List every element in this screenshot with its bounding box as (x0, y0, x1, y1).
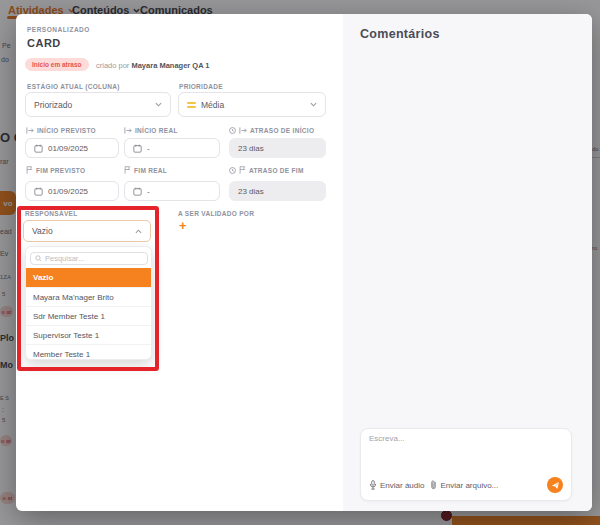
comment-composer: Enviar áudio Enviar arquivo... (360, 428, 572, 501)
arrow-from-bar-icon (124, 127, 132, 134)
flag-icon (239, 166, 246, 174)
priority-value: Média (201, 100, 224, 110)
add-validator-button[interactable]: + (179, 218, 187, 233)
stage-field-label: ESTÁGIO ATUAL (COLUNA) (27, 83, 120, 90)
priority-field-label: PRIORIDADE (179, 83, 223, 90)
chevron-down-icon (155, 102, 162, 107)
card-title: CARD (27, 37, 61, 49)
start-real-label: INÍCIO REAL (124, 127, 178, 134)
created-by-prefix: criado por (96, 61, 129, 70)
arrow-from-bar-icon (239, 127, 247, 134)
created-by: criado por Mayara Manager QA 1 (96, 61, 210, 70)
comments-panel: Comentários Enviar áudio Enviar arquivo.… (343, 14, 592, 511)
chevron-down-icon (310, 102, 317, 107)
start-real-value: - (147, 144, 150, 153)
calendar-icon (133, 144, 142, 153)
created-by-name: Mayara Manager QA 1 (131, 61, 209, 70)
calendar-icon (34, 187, 43, 196)
comments-title: Comentários (360, 27, 440, 41)
start-planned-label: INÍCIO PREVISTO (26, 127, 96, 134)
send-file-label: Enviar arquivo... (440, 481, 498, 490)
start-planned-value: 01/09/2025 (48, 144, 88, 153)
stage-value: Priorizado (34, 100, 72, 110)
annotation-highlight-box (17, 206, 159, 371)
end-real-label: FIM REAL (124, 166, 167, 174)
calendar-icon (34, 144, 43, 153)
priority-select[interactable]: Média (178, 92, 326, 117)
start-delay-value: 23 dias (238, 144, 264, 153)
start-real-input[interactable]: - (124, 138, 220, 158)
start-delay-label: ATRASO DE INÍCIO (229, 127, 314, 134)
start-planned-input[interactable]: 01/09/2025 (25, 138, 119, 158)
status-badge: Início em atraso (25, 58, 89, 71)
composer-toolbar: Enviar áudio Enviar arquivo... (369, 477, 563, 493)
send-audio-label: Enviar áudio (380, 481, 424, 490)
arrow-from-bar-icon (26, 127, 34, 134)
clock-icon (229, 127, 236, 134)
stage-select[interactable]: Priorizado (25, 92, 171, 117)
start-delay-value-box: 23 dias (229, 138, 326, 158)
send-audio-button[interactable]: Enviar áudio (369, 480, 424, 490)
comment-input[interactable] (369, 434, 559, 472)
send-file-button[interactable]: Enviar arquivo... (430, 480, 498, 490)
paperclip-icon (430, 480, 437, 490)
end-planned-input[interactable]: 01/09/2025 (25, 181, 119, 201)
card-type-label: PERSONALIZADO (27, 26, 90, 33)
end-planned-label: FIM PREVISTO (26, 166, 85, 174)
end-delay-label: ATRASO DE FIM (229, 166, 304, 174)
end-planned-value: 01/09/2025 (48, 187, 88, 196)
end-real-input[interactable]: - (124, 181, 220, 201)
end-delay-value: 23 dias (238, 187, 264, 196)
flag-icon (26, 166, 33, 174)
validator-label: A SER VALIDADO POR (178, 210, 254, 217)
paper-plane-icon (551, 481, 560, 490)
end-delay-value-box: 23 dias (229, 181, 326, 201)
clock-icon (229, 167, 236, 174)
flag-icon (124, 166, 131, 174)
calendar-icon (133, 187, 142, 196)
microphone-icon (369, 480, 377, 490)
screen: Atividades Conteúdos Comunicados Pe do O… (0, 0, 600, 525)
send-comment-button[interactable] (547, 477, 563, 493)
end-real-value: - (147, 187, 150, 196)
priority-medium-icon (187, 100, 196, 110)
